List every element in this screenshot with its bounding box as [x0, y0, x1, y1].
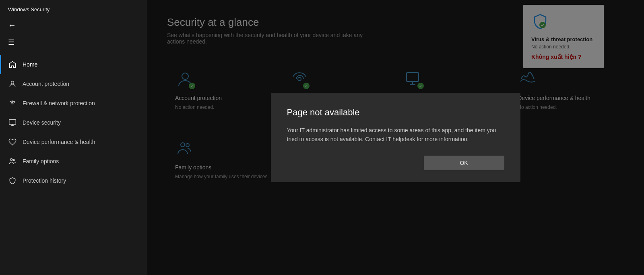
monitor-icon [8, 119, 17, 127]
sidebar-item-account-protection[interactable]: Account protection [0, 74, 147, 94]
svg-rect-2 [9, 120, 16, 125]
sidebar-nav: Home Account protection Firewall & netw [0, 55, 147, 190]
sidebar-item-firewall-label: Firewall & network protection [23, 100, 95, 106]
sidebar-item-home-label: Home [23, 61, 37, 68]
svg-point-3 [10, 158, 12, 160]
shield-history-icon [8, 177, 17, 185]
heart-icon [8, 138, 17, 146]
sidebar-item-device-performance[interactable]: Device performance & health [0, 132, 147, 152]
modal-title: Page not available [287, 107, 504, 118]
modal-overlay: Page not available Your IT administrator… [147, 0, 644, 275]
modal-body: Your IT administrator has limited access… [287, 126, 504, 144]
svg-point-0 [11, 81, 14, 84]
menu-icon[interactable]: ☰ [0, 34, 147, 51]
modal-dialog: Page not available Your IT administrator… [271, 93, 520, 183]
person-icon [8, 80, 17, 88]
sidebar-item-device-security[interactable]: Device security [0, 113, 147, 132]
svg-point-1 [12, 102, 13, 104]
modal-footer: OK [287, 156, 504, 170]
sidebar-item-protection-history-label: Protection history [23, 177, 66, 184]
hamburger-icon: ☰ [8, 38, 14, 46]
sidebar-item-family[interactable]: Family options [0, 152, 147, 171]
sidebar-item-device-performance-label: Device performance & health [23, 139, 95, 145]
svg-point-4 [13, 159, 15, 161]
main-content: Security at a glance See what's happenin… [147, 0, 644, 275]
family-icon [8, 157, 17, 165]
back-button[interactable]: ← [0, 17, 147, 34]
app-title: Windows Security [0, 0, 147, 17]
sidebar-item-protection-history[interactable]: Protection history [0, 171, 147, 190]
sidebar-item-family-label: Family options [23, 158, 59, 165]
sidebar: Windows Security ← ☰ Home Account protec… [0, 0, 147, 275]
sidebar-item-home[interactable]: Home [0, 55, 147, 74]
home-icon [8, 60, 17, 69]
sidebar-item-device-security-label: Device security [23, 119, 61, 126]
sidebar-item-firewall[interactable]: Firewall & network protection [0, 94, 147, 113]
back-icon: ← [8, 21, 16, 30]
modal-ok-button[interactable]: OK [424, 156, 504, 170]
sidebar-item-account-label: Account protection [23, 81, 69, 87]
wifi-icon [8, 99, 17, 107]
